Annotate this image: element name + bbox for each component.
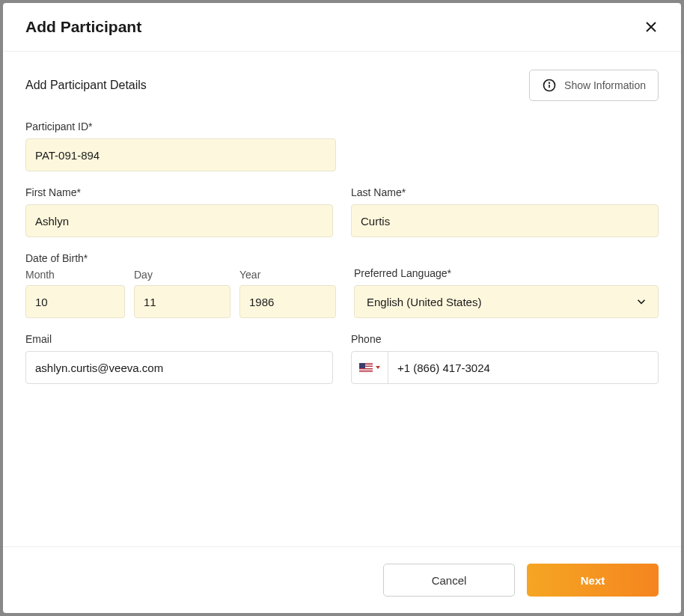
info-icon [542,78,557,93]
group-dob: Date of Birth* Month Day Year [25,252,336,318]
label-preferred-language: Preferred Language* [354,267,659,279]
row-email-phone: Email Phone [25,333,659,384]
preferred-language-value: English (United States) [367,296,481,308]
modal-header: Add Participant [3,3,681,52]
phone-input-wrapper [351,351,659,384]
svg-point-2 [549,82,550,83]
group-last-name: Last Name* [351,186,659,237]
group-preferred-language: Preferred Language* English (United Stat… [354,252,659,318]
label-month: Month [25,269,125,281]
dob-sub-labels: Month Day Year [25,269,336,281]
day-input[interactable] [134,285,230,318]
email-input[interactable] [25,351,333,384]
year-input[interactable] [239,285,336,318]
group-first-name: First Name* [25,186,333,237]
participant-id-input[interactable] [25,138,336,171]
label-first-name: First Name* [25,186,333,198]
modal-body: Add Participant Details Show Information… [3,52,681,546]
us-flag-icon [359,363,373,372]
label-phone: Phone [351,333,659,345]
show-information-button[interactable]: Show Information [529,70,659,101]
label-year: Year [239,269,336,281]
country-flag-selector[interactable] [352,352,388,383]
add-participant-modal: Add Participant Add Participant Details … [3,3,681,613]
phone-input[interactable] [388,352,658,383]
label-day: Day [134,269,230,281]
modal-footer: Cancel Next [3,546,681,613]
cancel-button[interactable]: Cancel [383,564,515,597]
preferred-language-select[interactable]: English (United States) [354,285,659,318]
next-button[interactable]: Next [527,564,659,597]
group-email: Email [25,333,333,384]
caret-down-icon [376,366,380,369]
group-participant-id: Participant ID* [25,121,336,171]
close-icon[interactable] [644,19,659,34]
preferred-language-select-wrapper: English (United States) [354,285,659,318]
row-name: First Name* Last Name* [25,186,659,237]
row-participant-id: Participant ID* [25,121,659,171]
row-dob-language: Date of Birth* Month Day Year Preferred … [25,252,659,318]
section-header: Add Participant Details Show Information [25,70,659,101]
last-name-input[interactable] [351,204,659,237]
section-title: Add Participant Details [25,79,147,92]
show-information-label: Show Information [564,79,646,91]
group-phone: Phone [351,333,659,384]
month-input[interactable] [25,285,125,318]
label-participant-id: Participant ID* [25,121,336,132]
label-dob: Date of Birth* [25,252,336,264]
dob-inputs [25,285,336,318]
first-name-input[interactable] [25,204,333,237]
label-email: Email [25,333,333,345]
label-last-name: Last Name* [351,186,659,198]
modal-title: Add Participant [25,18,141,36]
